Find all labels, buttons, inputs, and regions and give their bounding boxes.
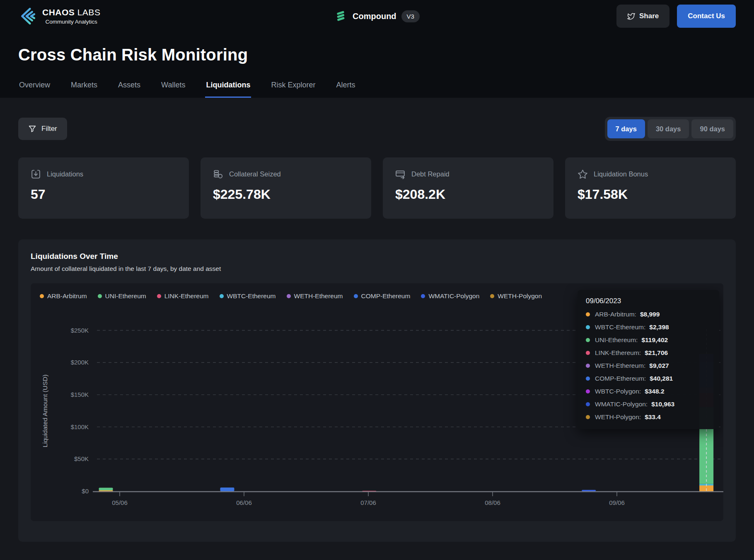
tooltip-row: WETH-Ethereum: $9,027 (586, 362, 711, 369)
liquidations-over-time-card: Liquidations Over Time Amount of collate… (18, 239, 736, 542)
legend-item-wbtc-ethereum[interactable]: WBTC-Ethereum (220, 292, 276, 300)
bar-segment[interactable] (99, 490, 113, 491)
y-tick-label: $0 (82, 488, 89, 495)
top-navbar: CHAOS LABS Community Analytics Compound … (18, 0, 736, 32)
tooltip-row: WETH-Polygon: $33.4 (586, 413, 711, 421)
tab-assets[interactable]: Assets (117, 80, 141, 98)
tooltip-dot (586, 377, 590, 381)
tooltip-series-name: WBTC-Polygon: (595, 388, 641, 395)
stat-label: Liquidations (47, 170, 83, 178)
chart-tooltip: 09/06/2023 ARB-Arbitrum: $8,999 WBTC-Eth… (578, 290, 719, 429)
stat-card-collateral-seized: Collateral Seized $225.78K (201, 157, 371, 219)
stat-label: Debt Repaid (411, 170, 450, 178)
toolbar: Filter 7 days 30 days 90 days (18, 117, 736, 141)
page-title: Cross Chain Risk Monitoring (18, 32, 736, 67)
tooltip-row: UNI-Ethereum: $119,402 (586, 336, 711, 344)
coins-icon (213, 169, 223, 179)
funnel-icon (28, 125, 36, 133)
stats-row: Liquidations 57 Collateral Seized $225.7… (18, 157, 736, 219)
contact-us-button[interactable]: Contact Us (677, 5, 736, 28)
tab-risk-explorer[interactable]: Risk Explorer (270, 80, 316, 98)
bar-segment[interactable] (220, 488, 234, 491)
chart-title: Liquidations Over Time (31, 252, 723, 261)
legend-item-weth-ethereum[interactable]: WETH-Ethereum (287, 292, 343, 300)
filter-button[interactable]: Filter (18, 118, 67, 140)
share-button[interactable]: Share (616, 5, 669, 28)
tab-alerts[interactable]: Alerts (335, 80, 356, 98)
brand-name-light: LABS (77, 7, 101, 17)
tooltip-series-name: WETH-Polygon: (595, 413, 641, 421)
contact-us-label: Contact Us (688, 12, 725, 20)
tab-wallets[interactable]: Wallets (160, 80, 186, 98)
bar-segment[interactable] (582, 490, 596, 491)
stat-card-liquidations: Liquidations 57 (18, 157, 189, 219)
legend-dot (421, 294, 425, 298)
filter-label: Filter (41, 125, 57, 133)
legend-label: WETH-Ethereum (294, 292, 343, 300)
tooltip-dot (586, 325, 590, 329)
bar-segment[interactable] (99, 488, 113, 490)
tooltip-dot (586, 402, 590, 406)
chart-panel: ARB-Arbitrum UNI-Ethereum LINK-Ethereum … (31, 283, 723, 521)
tooltip-row: WBTC-Ethereum: $2,398 (586, 323, 711, 331)
tooltip-row: WBTC-Polygon: $348.2 (586, 388, 711, 395)
tooltip-dot (586, 338, 590, 342)
tooltip-dot (586, 351, 590, 355)
y-tick-label: $150K (71, 391, 89, 398)
tooltip-series-name: WBTC-Ethereum: (595, 323, 645, 331)
tab-overview[interactable]: Overview (18, 80, 51, 98)
legend-item-link-ethereum[interactable]: LINK-Ethereum (157, 292, 209, 300)
legend-item-wmatic-polygon[interactable]: WMATIC-Polygon (421, 292, 479, 300)
y-tick-label: $50K (74, 455, 89, 462)
legend-dot (354, 294, 358, 298)
legend-dot (98, 294, 102, 298)
tooltip-dot (586, 415, 590, 419)
top-section: CHAOS LABS Community Analytics Compound … (0, 0, 754, 98)
chart-legend: ARB-Arbitrum UNI-Ethereum LINK-Ethereum … (40, 292, 542, 300)
top-actions: Share Contact Us (616, 5, 736, 28)
tooltip-series-value: $348.2 (645, 388, 664, 395)
legend-label: UNI-Ethereum (105, 292, 146, 300)
tooltip-series-name: ARB-Arbitrum: (595, 311, 636, 318)
tooltip-dot (586, 364, 590, 368)
tooltip-series-value: $119,402 (641, 336, 668, 344)
legend-label: WETH-Polygon (498, 292, 542, 300)
tooltip-series-value: $9,027 (649, 362, 669, 369)
stat-label: Collateral Seized (229, 170, 281, 178)
legend-item-arb-arbitrum[interactable]: ARB-Arbitrum (40, 292, 87, 300)
protocol-selector[interactable]: Compound V3 (334, 10, 420, 23)
legend-item-comp-ethereum[interactable]: COMP-Ethereum (354, 292, 411, 300)
tooltip-series-name: UNI-Ethereum: (595, 336, 638, 344)
protocol-name: Compound (353, 12, 396, 21)
y-tick-label: $250K (71, 327, 89, 334)
range-30-days-button[interactable]: 30 days (648, 119, 689, 138)
tooltip-date: 09/06/2023 (586, 297, 711, 305)
legend-dot (157, 294, 161, 298)
tooltip-series-value: $21,706 (645, 349, 668, 357)
tooltip-series-value: $33.4 (645, 413, 661, 421)
protocol-version-badge: V3 (401, 10, 420, 22)
bar-segment[interactable] (362, 491, 376, 491)
x-tick-label: 07/06 (360, 499, 376, 506)
legend-label: LINK-Ethereum (164, 292, 209, 300)
chaos-labs-logo[interactable]: CHAOS LABS Community Analytics (18, 7, 100, 26)
chart-subtitle: Amount of collateral liquidated in the l… (31, 265, 723, 273)
tab-markets[interactable]: Markets (70, 80, 98, 98)
stat-value: $208.2K (395, 187, 541, 202)
range-7-days-button[interactable]: 7 days (607, 119, 645, 138)
tooltip-dot (586, 389, 590, 393)
legend-item-weth-polygon[interactable]: WETH-Polygon (490, 292, 542, 300)
chaos-labs-icon (18, 7, 37, 26)
y-tick-label: $100K (71, 423, 89, 430)
legend-dot (40, 294, 44, 298)
tooltip-row: WMATIC-Polygon: $10,963 (586, 401, 711, 408)
main-content: Filter 7 days 30 days 90 days Liquidatio… (0, 117, 754, 542)
card-arrow-icon (395, 169, 406, 179)
legend-item-uni-ethereum[interactable]: UNI-Ethereum (98, 292, 146, 300)
tab-liquidations[interactable]: Liquidations (205, 80, 251, 98)
range-90-days-button[interactable]: 90 days (691, 119, 733, 138)
tooltip-row: LINK-Ethereum: $21,706 (586, 349, 711, 357)
stat-card-liquidation-bonus: Liquidation Bonus $17.58K (565, 157, 736, 219)
stat-card-debt-repaid: Debt Repaid $208.2K (383, 157, 553, 219)
y-axis-title: Liquidated Amount (USD) (41, 374, 48, 447)
